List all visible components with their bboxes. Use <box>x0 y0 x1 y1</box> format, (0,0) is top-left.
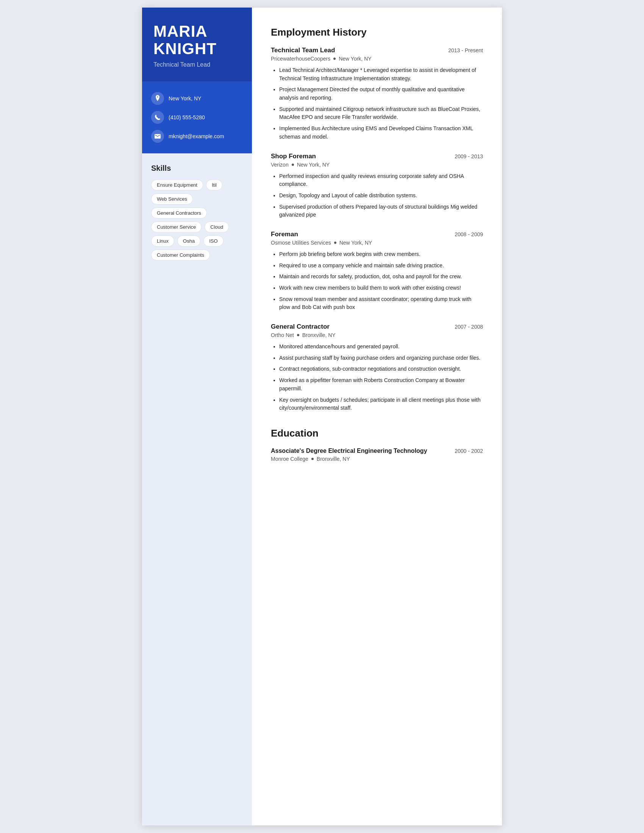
job-dates: 2007 - 2008 <box>455 324 483 330</box>
job-company: Osmose Utilities Services New York, NY <box>271 240 483 246</box>
skills-heading: Skills <box>151 164 243 173</box>
job-header: Technical Team Lead 2013 - Present <box>271 47 483 54</box>
company-location: New York, NY <box>339 56 371 62</box>
company-location: Bronxville, NY <box>302 332 336 338</box>
company-name: Osmose Utilities Services <box>271 240 331 246</box>
bullet-item: Lead Technical Architect/Manager * Lever… <box>279 66 483 82</box>
bullet-item: Key oversight on budgets / schedules; pa… <box>279 396 483 412</box>
contact-section: New York, NY (410) 555-5280 mknight@exam… <box>142 81 252 153</box>
skill-tag: Web Services <box>151 193 193 204</box>
separator-dot <box>334 241 336 244</box>
skill-tag: ISO <box>203 235 223 246</box>
resume-container: MARIA KNIGHT Technical Team Lead New Yor… <box>142 8 502 825</box>
phone-text: (410) 555-5280 <box>169 114 205 121</box>
phone-item: (410) 555-5280 <box>151 111 243 124</box>
bullet-item: Contract negotiations, sub-contractor ne… <box>279 365 483 373</box>
bullet-item: Assist purchasing staff by faxing purcha… <box>279 354 483 362</box>
bullet-item: Perform job briefing before work begins … <box>279 250 483 259</box>
edu-item-header: Associate's Degree Electrical Engineerin… <box>271 447 483 454</box>
job-dates: 2009 - 2013 <box>455 153 483 159</box>
employment-section-title: Employment History <box>271 26 483 38</box>
job-company: Verizon New York, NY <box>271 162 483 168</box>
candidate-name: MARIA KNIGHT <box>153 23 241 58</box>
edu-school: Monroe College Bronxville, NY <box>271 456 483 462</box>
bullet-item: Work with new crew members to build them… <box>279 284 483 292</box>
bullet-item: Performed inspection and quality reviews… <box>279 172 483 188</box>
sidebar: MARIA KNIGHT Technical Team Lead New Yor… <box>142 8 252 825</box>
separator-dot <box>333 58 336 60</box>
job-bullets: Monitored attendance/hours and generated… <box>271 343 483 412</box>
bullet-item: Worked as a pipefitter foreman with Robe… <box>279 376 483 392</box>
job-item: Shop Foreman 2009 - 2013 Verizon New Yor… <box>271 153 483 219</box>
job-header: Foreman 2008 - 2009 <box>271 231 483 238</box>
phone-icon <box>151 111 164 124</box>
skill-tag: Osha <box>177 235 200 246</box>
education-section-title: Education <box>271 428 483 439</box>
job-company: PricewaterhouseCoopers New York, NY <box>271 56 483 62</box>
company-location: New York, NY <box>297 162 330 168</box>
job-title: Technical Team Lead <box>271 47 335 54</box>
job-item: Foreman 2008 - 2009 Osmose Utilities Ser… <box>271 231 483 312</box>
skill-tag: Customer Complaints <box>151 249 210 261</box>
job-bullets: Performed inspection and quality reviews… <box>271 172 483 219</box>
job-item: General Contractor 2007 - 2008 Ortho Net… <box>271 323 483 412</box>
job-company: Ortho Net Bronxville, NY <box>271 332 483 338</box>
job-dates: 2008 - 2009 <box>455 232 483 237</box>
email-item: mknight@example.com <box>151 130 243 143</box>
email-text: mknight@example.com <box>169 133 224 139</box>
email-icon <box>151 130 164 143</box>
skill-tag: Customer Service <box>151 222 201 233</box>
bullet-item: Supported and maintained Citigroup netwo… <box>279 105 483 122</box>
job-item: Technical Team Lead 2013 - Present Price… <box>271 47 483 141</box>
skills-section: Skills Ensure EquipmentItilWeb ServicesG… <box>142 153 252 825</box>
main-content: Employment History Technical Team Lead 2… <box>252 8 502 825</box>
bullet-item: Snow removal team member and assistant c… <box>279 295 483 312</box>
location-text: New York, NY <box>169 95 201 101</box>
sidebar-header: MARIA KNIGHT Technical Team Lead <box>142 8 252 81</box>
company-location: New York, NY <box>340 240 372 246</box>
bullet-item: Design, Topology and Layout of cable dis… <box>279 191 483 200</box>
separator-dot <box>292 164 294 166</box>
company-name: Ortho Net <box>271 332 294 338</box>
job-title: Foreman <box>271 231 298 238</box>
location-item: New York, NY <box>151 92 243 105</box>
job-header: Shop Foreman 2009 - 2013 <box>271 153 483 160</box>
bullet-item: Monitored attendance/hours and generated… <box>279 343 483 351</box>
separator-dot <box>297 334 299 336</box>
education-container: Associate's Degree Electrical Engineerin… <box>271 447 483 462</box>
skill-tag: Cloud <box>204 222 229 233</box>
skill-tag: General Contractors <box>151 207 207 219</box>
bullet-item: Required to use a company vehicle and ma… <box>279 262 483 270</box>
skill-tag: Itil <box>206 180 222 190</box>
edu-dates: 2000 - 2002 <box>455 448 483 454</box>
school-name: Monroe College <box>271 456 308 462</box>
skills-tags-container: Ensure EquipmentItilWeb ServicesGeneral … <box>151 180 243 261</box>
candidate-title: Technical Team Lead <box>153 61 241 68</box>
job-bullets: Perform job briefing before work begins … <box>271 250 483 312</box>
company-name: PricewaterhouseCoopers <box>271 56 330 62</box>
bullet-item: Implemented Bus Architecture using EMS a… <box>279 125 483 141</box>
bullet-item: Maintain and records for safety, product… <box>279 273 483 281</box>
edu-degree: Associate's Degree Electrical Engineerin… <box>271 447 427 454</box>
skill-tag: Linux <box>151 235 174 246</box>
jobs-container: Technical Team Lead 2013 - Present Price… <box>271 47 483 412</box>
bullet-item: Project Management Directed the output o… <box>279 85 483 102</box>
bullet-item: Supervised production of others Prepared… <box>279 203 483 219</box>
separator-dot <box>311 458 314 460</box>
school-location: Bronxville, NY <box>317 456 350 462</box>
location-icon <box>151 92 164 105</box>
education-item: Associate's Degree Electrical Engineerin… <box>271 447 483 462</box>
job-header: General Contractor 2007 - 2008 <box>271 323 483 331</box>
company-name: Verizon <box>271 162 289 168</box>
job-bullets: Lead Technical Architect/Manager * Lever… <box>271 66 483 141</box>
job-title: General Contractor <box>271 323 330 331</box>
job-dates: 2013 - Present <box>448 47 483 53</box>
skill-tag: Ensure Equipment <box>151 180 203 190</box>
job-title: Shop Foreman <box>271 153 316 160</box>
